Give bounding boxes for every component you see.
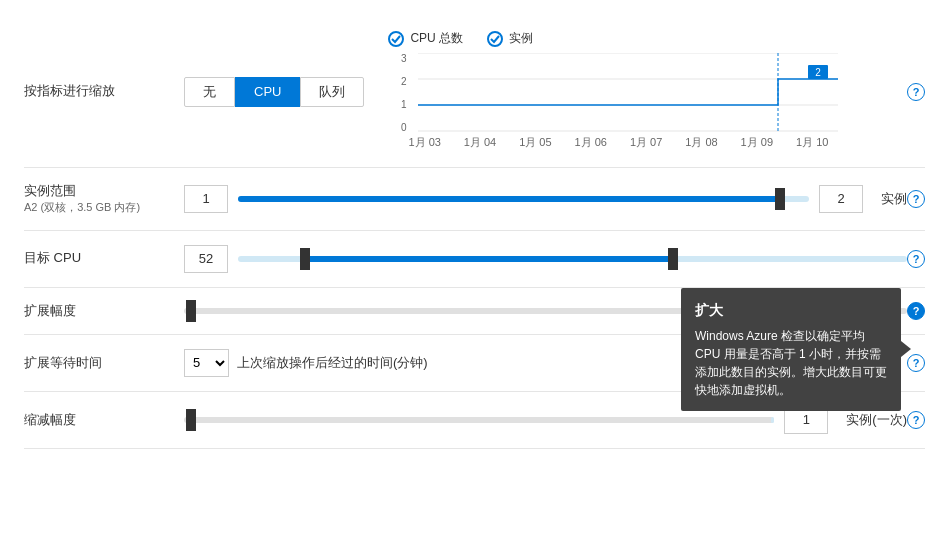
scale-metric-label: 按指标进行缩放: [24, 82, 184, 100]
legend-instance-icon: [487, 31, 503, 47]
cpu-slider-track[interactable]: [238, 256, 907, 262]
instance-unit: 实例: [881, 190, 907, 208]
shrink-label: 缩减幅度: [24, 411, 184, 429]
expand-amount-label: 扩展幅度: [24, 302, 184, 320]
wait-time-description: 上次缩放操作后经过的时间(分钟): [237, 354, 428, 372]
instance-slider-thumb[interactable]: [775, 188, 785, 210]
instance-slider-fill: [238, 196, 780, 202]
cpu-thumb-left[interactable]: [300, 248, 310, 270]
cpu-slider-group: 52: [184, 245, 907, 273]
legend-cpu-total: CPU 总数: [388, 30, 463, 47]
instance-slider-track[interactable]: [238, 196, 809, 202]
svg-point-1: [488, 32, 502, 46]
wait-time-dropdown[interactable]: 5 10 15 20 30: [184, 349, 229, 377]
instance-range-label: 实例范围 A2 (双核，3.5 GB 内存): [24, 182, 184, 216]
tooltip-arrow: [901, 341, 911, 357]
target-cpu-row: 目标 CPU 52 ?: [24, 231, 925, 288]
shrink-help-icon[interactable]: ?: [907, 411, 925, 429]
scale-btn-none[interactable]: 无: [184, 77, 235, 107]
legend-cpu-icon: [388, 31, 404, 47]
legend-instance-label: 实例: [509, 30, 533, 47]
expand-tooltip: 扩大 Windows Azure 检查以确定平均 CPU 用量是否高于 1 小时…: [681, 288, 901, 411]
instance-max-value: 2: [819, 185, 863, 213]
expand-slider-thumb[interactable]: [186, 300, 196, 322]
instance-min-value: 1: [184, 185, 228, 213]
shrink-slider-thumb[interactable]: [186, 409, 196, 431]
scale-metric-row: 按指标进行缩放 无 CPU 队列 CPU 总数 实例: [24, 16, 925, 168]
target-cpu-label: 目标 CPU: [24, 249, 184, 267]
shrink-unit: 实例(一次): [846, 411, 907, 429]
legend-cpu-label: CPU 总数: [410, 30, 463, 47]
expand-amount-row: 扩展幅度 扩大 Windows Azure 检查以确定平均 CPU 用量是否高于…: [24, 288, 925, 335]
chart-svg: 2: [408, 53, 848, 133]
scale-btn-cpu[interactable]: CPU: [235, 77, 300, 107]
expand-wait-label: 扩展等待时间: [24, 354, 184, 372]
cpu-thumb-right[interactable]: [668, 248, 678, 270]
instance-slider-group: 1 2 实例: [184, 185, 907, 213]
scale-buttons: 无 CPU 队列: [184, 77, 364, 107]
tooltip-body: Windows Azure 检查以确定平均 CPU 用量是否高于 1 小时，并按…: [695, 327, 887, 399]
chart-area: CPU 总数 实例 3 2 1 0: [388, 30, 907, 153]
tooltip-title: 扩大: [695, 300, 887, 321]
cpu-value: 52: [184, 245, 228, 273]
expand-wait-controls: 5 10 15 20 30 上次缩放操作后经过的时间(分钟): [184, 349, 428, 377]
svg-point-0: [389, 32, 403, 46]
expand-help-icon[interactable]: ?: [907, 302, 925, 320]
cpu-fill: [305, 256, 673, 262]
chart-yaxis: 3 2 1 0: [388, 53, 406, 133]
scale-help-icon[interactable]: ?: [907, 83, 925, 101]
chart-wrapper: 3 2 1 0 2: [388, 53, 828, 153]
svg-text:2: 2: [816, 67, 822, 78]
chart-labels: 1月 03 1月 04 1月 05 1月 06 1月 07 1月 08 1月 0…: [408, 135, 828, 150]
scale-btn-queue[interactable]: 队列: [300, 77, 364, 107]
legend-instance: 实例: [487, 30, 533, 47]
instance-help-icon[interactable]: ?: [907, 190, 925, 208]
instance-range-row: 实例范围 A2 (双核，3.5 GB 内存) 1 2 实例 ?: [24, 168, 925, 231]
chart-legend: CPU 总数 实例: [388, 30, 907, 47]
shrink-slider-track[interactable]: [184, 417, 774, 423]
cpu-help-icon[interactable]: ?: [907, 250, 925, 268]
shrink-fill-right: [771, 417, 774, 423]
